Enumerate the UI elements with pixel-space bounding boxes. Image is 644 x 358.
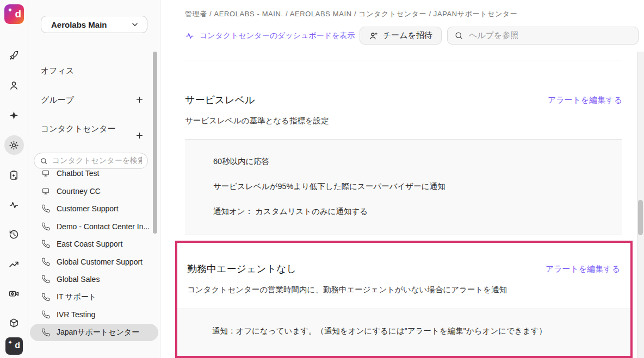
main-content: 管理者 / AEROLABS - MAIN. / AEROLABS MAIN /… xyxy=(161,0,644,358)
section-subtitle: コンタクトセンターの営業時間内に、勤務中エージェントがいない場合にアラートを通知 xyxy=(187,285,620,295)
setting-row: 60秒以内に応答 xyxy=(213,156,622,167)
monitor-icon xyxy=(41,187,50,196)
gear-icon[interactable] xyxy=(4,135,24,155)
service-level-section: サービスレベル アラートを編集する サービスレベルの基準となる指標を設定 60秒… xyxy=(185,93,622,235)
contact-center-search-input[interactable]: コンタクトセンターを検索 xyxy=(34,153,148,169)
list-item[interactable]: Global Sales xyxy=(30,271,158,288)
workspace-name: Aerolabs Main xyxy=(51,20,107,29)
contact-center-name: IT サポート xyxy=(57,292,96,302)
help-search-input[interactable]: ヘルプを参照 xyxy=(447,27,639,45)
video-settings-icon[interactable] xyxy=(4,284,24,303)
trending-up-icon[interactable] xyxy=(4,254,24,274)
setting-row: 通知：オフになっています。（通知をオンにするには"アラートを編集"からオンにでき… xyxy=(212,326,630,336)
d-glyph: d xyxy=(15,8,21,20)
phone-icon xyxy=(41,204,50,213)
list-item[interactable]: Courtney CC xyxy=(30,183,158,200)
phone-icon xyxy=(41,310,50,319)
search-icon xyxy=(454,31,463,40)
section-title: 勤務中エージェントなし xyxy=(187,262,296,275)
monitor-icon xyxy=(41,169,50,178)
sparkle-glyph: ✦ xyxy=(7,6,13,14)
section-label: オフィス xyxy=(41,64,74,77)
add-group-button[interactable] xyxy=(134,94,145,105)
list-item[interactable]: Chatbot Test xyxy=(30,169,158,183)
main-scrollbar-track[interactable] xyxy=(637,52,644,358)
d-glyph: d xyxy=(15,341,20,350)
contact-center-name: IVR Testing xyxy=(57,310,95,319)
clipboard-ai-icon[interactable] xyxy=(4,165,24,185)
contact-center-name: Courtney CC xyxy=(57,187,101,196)
phone-icon xyxy=(41,257,50,266)
contact-center-name: Chatbot Test xyxy=(57,169,99,178)
no-agents-section-highlighted: 勤務中エージェントなし アラートを編集する コンタクトセンターの営業時間内に、勤… xyxy=(175,241,633,358)
help-search-placeholder: ヘルプを参照 xyxy=(469,30,518,41)
sparkle-glyph: ✦ xyxy=(8,339,13,346)
list-item[interactable]: East Coast Support xyxy=(30,235,158,253)
search-placeholder: コンタクトセンターを検索 xyxy=(52,156,142,166)
rocket-icon[interactable] xyxy=(4,46,24,65)
list-item[interactable]: Customer Support xyxy=(30,200,158,218)
phone-icon xyxy=(41,222,50,231)
list-item[interactable]: Demo - Contact Center In... xyxy=(30,218,158,236)
cube-icon[interactable] xyxy=(4,313,24,332)
service-level-settings-card: 60秒以内に応答 サービスレベルが95%より低下した際にスーパーバイザーに通知 … xyxy=(185,139,622,235)
history-icon[interactable] xyxy=(4,224,24,244)
sidebar: Aerolabs Main オフィス グループ コンタクトセンター コンタクトセ… xyxy=(28,0,160,358)
invite-team-label: チームを招待 xyxy=(383,30,432,41)
phone-icon xyxy=(41,328,50,337)
setting-row: サービスレベルが95%より低下した際にスーパーバイザーに通知 xyxy=(213,181,622,192)
person-icon[interactable] xyxy=(4,76,24,95)
activity-icon[interactable] xyxy=(4,195,24,215)
edit-alert-link[interactable]: アラートを編集する xyxy=(548,95,622,105)
person-plus-icon xyxy=(369,31,379,41)
sidebar-section-groups[interactable]: グループ xyxy=(41,93,145,106)
activity-icon xyxy=(185,31,195,41)
add-contact-center-button[interactable] xyxy=(134,130,145,141)
section-subtitle: サービスレベルの基準となる指標を設定 xyxy=(185,116,622,126)
sidebar-scrollbar[interactable] xyxy=(153,52,157,234)
no-agents-settings-card: 通知：オフになっています。（通知をオンにするには"アラートを編集"からオンにでき… xyxy=(177,309,630,356)
contact-center-name: Global Sales xyxy=(57,275,100,284)
list-item[interactable]: IT サポート xyxy=(30,288,158,306)
sidebar-section-offices[interactable]: オフィス xyxy=(41,64,145,77)
contact-center-name: Demo - Contact Center In... xyxy=(57,222,150,231)
contact-center-name: Japanサポートセンター xyxy=(57,328,139,337)
contact-center-name: Customer Support xyxy=(57,204,119,213)
sparkle-icon[interactable] xyxy=(4,105,24,125)
chevron-down-icon xyxy=(131,20,139,29)
workspace-selector[interactable]: Aerolabs Main xyxy=(41,16,147,33)
setting-row: 通知オン： カスタムリストのみに通知する xyxy=(213,206,622,217)
phone-icon xyxy=(41,240,50,248)
breadcrumb: 管理者 / AEROLABS - MAIN. / AEROLABS MAIN /… xyxy=(185,9,517,19)
invite-team-button[interactable]: チームを招待 xyxy=(360,27,442,45)
header-actions: コンタクトセンターのダッシュボードを表示 チームを招待 ヘルプを参照 xyxy=(185,27,639,45)
search-icon xyxy=(40,157,48,165)
contact-center-name: East Coast Support xyxy=(57,240,122,248)
contact-center-list: Chatbot Test Courtney CC Customer Suppor… xyxy=(28,169,160,358)
edit-alert-link[interactable]: アラートを編集する xyxy=(546,264,620,274)
section-label: グループ xyxy=(41,93,74,106)
phone-icon xyxy=(41,293,50,302)
list-item[interactable]: IVR Testing xyxy=(30,306,158,324)
dialpad-logo[interactable]: ✦ d xyxy=(4,4,24,24)
icon-rail: ✦ d ✦ d xyxy=(0,0,28,358)
list-item-selected[interactable]: Japanサポートセンター xyxy=(30,324,158,342)
main-scrollbar-thumb[interactable] xyxy=(638,200,643,235)
list-item[interactable]: Global Customer Support xyxy=(30,253,158,271)
contact-center-name: Global Customer Support xyxy=(57,257,143,266)
section-title: サービスレベル xyxy=(185,93,255,106)
phone-icon xyxy=(41,275,50,284)
dashboard-link[interactable]: コンタクトセンターのダッシュボードを表示 xyxy=(185,31,355,41)
previous-card-bottom-edge xyxy=(185,60,622,60)
dashboard-link-label: コンタクトセンターのダッシュボードを表示 xyxy=(200,31,355,41)
section-label: コンタクトセンター xyxy=(41,122,116,135)
dialpad-dark-logo[interactable]: ✦ d xyxy=(5,337,23,355)
sidebar-section-contact-centers[interactable]: コンタクトセンター xyxy=(41,122,145,141)
